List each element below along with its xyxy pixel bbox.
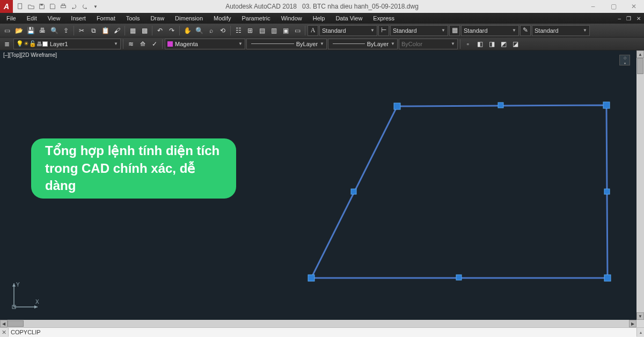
block-icon[interactable]: ▦ [127,25,138,36]
svg-marker-14 [34,305,38,309]
close-icon[interactable]: ✕ [624,0,644,13]
menu-view[interactable]: View [42,14,66,23]
redo-icon[interactable] [80,2,89,11]
insert-block-icon[interactable]: ▫ [463,39,473,49]
command-line[interactable]: ✕ COPYCLIPSelect objects: *Cancel* ▴ [0,327,644,337]
saveas-icon[interactable] [48,2,57,11]
ucs-icon: X Y [10,279,42,311]
layerprops-icon[interactable]: ≣ [2,39,12,49]
layerstate-icon[interactable]: ✓ [149,39,160,49]
copy-icon[interactable]: ⧉ [88,25,99,36]
color-dropdown[interactable]: Magenta▼ [165,39,245,49]
edit-block-icon[interactable]: ◨ [486,39,497,49]
menu-insert[interactable]: Insert [65,14,91,23]
separator [152,26,152,35]
menu-dimension[interactable]: Dimension [170,14,208,23]
matchprop-icon[interactable]: 🖌 [112,25,122,36]
cut-icon[interactable]: ✂ [76,25,87,36]
menu-window[interactable]: Window [276,14,308,23]
minimize-icon[interactable]: – [583,0,603,13]
mlstyle-dropdown[interactable]: Standard▼ [532,25,590,36]
command-close-icon[interactable]: ✕ [0,328,9,336]
mdi-minimize-icon[interactable]: – [616,16,623,21]
mdi-close-icon[interactable]: ✕ [634,16,643,21]
svg-rect-6 [603,102,610,108]
maximize-icon[interactable]: ▢ [603,0,624,13]
dcenter-icon[interactable]: ⊞ [245,25,255,36]
svg-rect-3 [62,4,64,6]
tablestyle-dropdown[interactable]: Standard▼ [461,25,519,36]
menu-modify[interactable]: Modify [208,14,236,23]
mlstyle-icon[interactable]: ✎ [520,25,531,36]
layermatch-icon[interactable]: ≋ [126,39,136,49]
publish-icon[interactable]: ⇪ [61,25,71,36]
command-text[interactable]: COPYCLIPSelect objects: *Cancel* [9,328,636,337]
dimstyle-icon[interactable]: ⊢ [378,25,389,36]
layer-dropdown[interactable]: 💡 ☀ 🔓 🖶 Layer1▼ [13,39,121,49]
tpalettes-icon[interactable]: ▤ [257,25,267,36]
textstyle-dropdown[interactable]: Standard▼ [319,25,377,36]
menubar: File Edit View Insert Format Tools Draw … [0,13,644,24]
pan-icon[interactable]: ✋ [182,25,193,36]
scroll-down-icon[interactable]: ▼ [636,312,644,320]
tablestyle-icon[interactable]: ▦ [449,25,460,36]
scrollbar-horizontal[interactable]: ◀ ▶ [0,320,636,327]
toolbar-main: ▭ 📂 💾 🖶 🔍 ⇪ ✂ ⧉ 📋 🖌 ▦ ▩ ↶ ↷ ✋ 🔍 ⌕ ⟲ ☷ ⊞ … [0,24,644,38]
undo-icon[interactable]: ↶ [155,25,165,36]
new-icon[interactable]: ▭ [2,25,12,36]
svg-rect-0 [18,4,22,9]
open-icon[interactable] [27,2,35,11]
scroll-right-icon[interactable]: ▶ [629,320,636,327]
drawing-canvas[interactable]: [–][Top][2D Wireframe] ◇▾ Tổng hợp lệnh … [0,50,644,327]
open-icon[interactable]: 📂 [13,25,24,36]
menu-draw[interactable]: Draw [145,14,170,23]
scroll-thumb[interactable] [637,58,643,74]
layer-color-swatch [42,41,48,47]
textstyle-icon[interactable]: A [308,25,318,36]
zoomprev-icon[interactable]: ⟲ [217,25,228,36]
preview-icon[interactable]: 🔍 [49,25,60,36]
plot-icon[interactable] [59,2,68,11]
menu-express[interactable]: Express [368,14,400,23]
menu-help[interactable]: Help [308,14,331,23]
redo-icon[interactable]: ↷ [166,25,177,36]
linetype-dropdown[interactable]: ByLayer▼ [246,39,327,49]
qat-dropdown-icon[interactable]: ▼ [91,2,100,11]
plotstyle-dropdown: ByColor▼ [399,39,458,49]
app-logo[interactable]: A [0,0,13,13]
layerprev-icon[interactable]: ⟰ [137,39,148,49]
grid-icon[interactable]: ▩ [139,25,150,36]
menu-dataview[interactable]: Data View [330,14,368,23]
make-block-icon[interactable]: ◧ [474,39,485,49]
undo-icon[interactable] [70,2,78,11]
scroll-thumb-h[interactable] [8,320,24,327]
linetype-sample-icon [251,43,294,44]
plot-layer-icon: 🖶 [36,41,42,47]
save-icon[interactable] [38,2,46,11]
menu-file[interactable]: File [1,14,21,23]
command-history-icon[interactable]: ▴ [636,328,644,336]
save-icon[interactable]: 💾 [25,25,36,36]
sync-attr-icon[interactable]: ◪ [510,39,521,49]
lineweight-dropdown[interactable]: ByLayer▼ [328,39,398,49]
svg-marker-16 [12,283,16,287]
sheetset-icon[interactable]: ▥ [268,25,279,36]
scroll-left-icon[interactable]: ◀ [0,320,8,327]
menu-parametric[interactable]: Parametric [236,14,275,23]
menu-edit[interactable]: Edit [21,14,42,23]
qcalc-icon[interactable]: ▭ [292,25,303,36]
paste-icon[interactable]: 📋 [100,25,111,36]
dimstyle-dropdown[interactable]: Standard▼ [390,25,448,36]
new-icon[interactable] [16,2,25,11]
mdi-restore-icon[interactable]: ❐ [624,16,633,21]
plot-icon[interactable]: 🖶 [37,25,48,36]
props-icon[interactable]: ☷ [233,25,244,36]
zoom-icon[interactable]: 🔍 [194,25,204,36]
scrollbar-vertical[interactable]: ▲ ▼ [636,50,644,320]
scroll-up-icon[interactable]: ▲ [636,50,644,58]
markup-icon[interactable]: ▣ [280,25,291,36]
menu-format[interactable]: Format [91,14,121,23]
menu-tools[interactable]: Tools [121,14,145,23]
edit-attr-icon[interactable]: ◩ [498,39,509,49]
zoomwin-icon[interactable]: ⌕ [206,25,216,36]
